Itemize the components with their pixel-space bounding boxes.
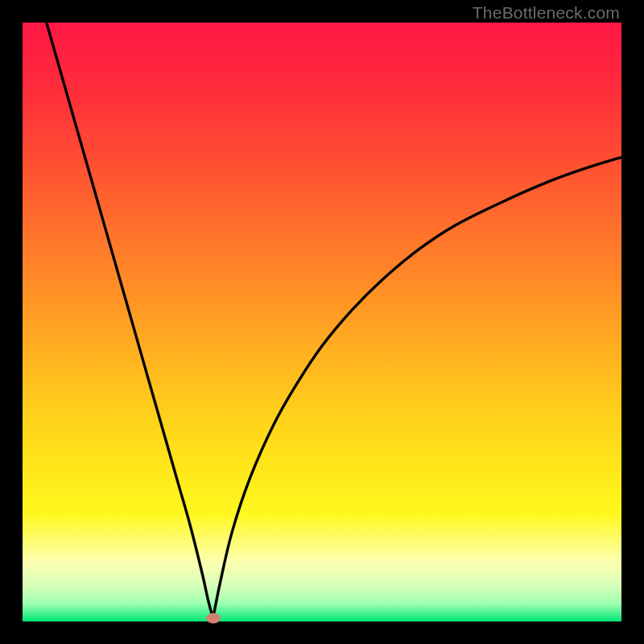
chart-attribution: TheBottleneck.com xyxy=(473,3,620,23)
chart-curve xyxy=(23,23,621,621)
chart-optimum-marker xyxy=(206,613,221,624)
chart-plot-area xyxy=(23,23,621,621)
